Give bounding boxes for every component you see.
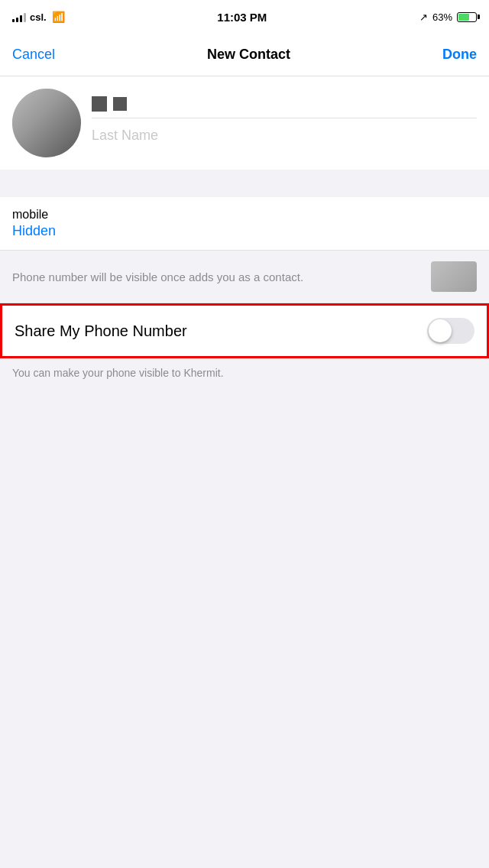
done-button[interactable]: Done [442,47,477,63]
signal-bar-4 [24,13,26,22]
avatar[interactable] [12,89,81,157]
first-name-row [92,96,477,118]
status-right: ↗ 63% [419,11,477,23]
toggle-knob [429,319,452,342]
section-separator-1 [0,170,489,197]
contact-avatar-small [431,261,477,292]
name-fields [92,96,477,150]
status-time: 11:03 PM [217,11,267,24]
avatar-image [12,89,81,157]
first-name-pixel-1 [92,96,107,112]
battery-fill [458,14,469,21]
share-phone-section: Share My Phone Number [0,303,489,358]
share-phone-label: Share My Phone Number [15,322,187,340]
share-footer-text: You can make your phone visible to Kherm… [12,367,224,379]
phone-section: mobile Hidden [0,197,489,251]
info-section: Phone number will be visible once adds y… [0,251,489,303]
nav-bar: Cancel New Contact Done [0,34,489,76]
status-bar: csl. 📶 11:03 PM ↗ 63% [0,0,489,34]
contact-avatar-small-image [431,261,477,292]
share-phone-toggle[interactable] [427,318,474,344]
contact-form [0,76,489,170]
last-name-input[interactable] [92,121,477,150]
signal-bar-3 [20,15,22,22]
phone-label: mobile [12,208,477,222]
share-footer: You can make your phone visible to Kherm… [0,358,489,395]
info-text: Phone number will be visible once adds y… [12,269,338,285]
location-icon: ↗ [419,11,428,23]
phone-value: Hidden [12,223,477,239]
empty-space [0,395,489,624]
first-name-pixel-2 [113,97,127,111]
cancel-button[interactable]: Cancel [12,47,55,63]
battery-percent: 63% [432,11,452,23]
battery-icon [457,12,477,22]
page-title: New Contact [207,47,290,63]
wifi-icon: 📶 [52,11,65,23]
status-left: csl. 📶 [12,11,65,23]
carrier-label: csl. [30,11,47,23]
battery-body [457,12,477,22]
signal-icon [12,11,26,22]
signal-bar-1 [12,19,15,22]
signal-bar-2 [16,18,18,22]
